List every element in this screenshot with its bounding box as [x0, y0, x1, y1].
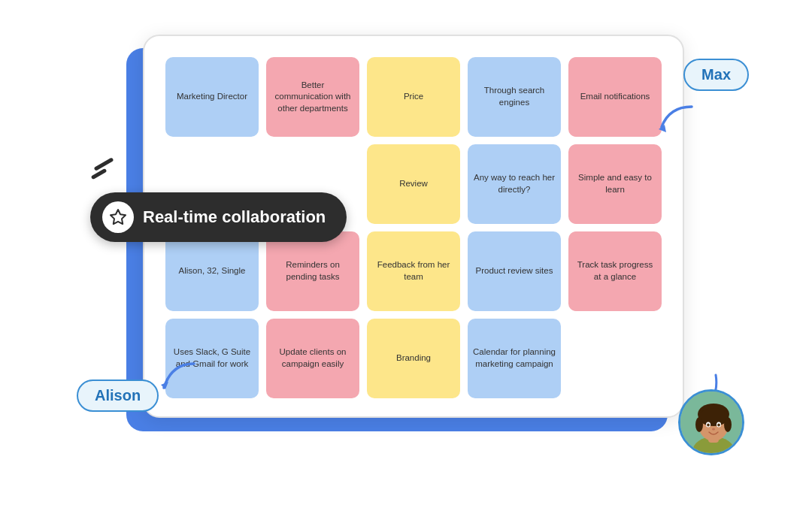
collab-badge: Real-time collaboration — [90, 192, 347, 242]
sticky-note: Any way to reach her directly? — [468, 144, 561, 224]
max-label-text: Max — [701, 66, 731, 83]
arrow-max — [654, 101, 699, 141]
sticky-note — [568, 319, 662, 398]
svg-point-15 — [712, 428, 715, 431]
sticky-note: Through search engines — [468, 57, 561, 137]
star-circle — [102, 201, 134, 233]
sticky-note: Simple and easy to learn — [568, 144, 662, 224]
alison-label: Alison — [77, 380, 159, 412]
alison-label-text: Alison — [95, 387, 141, 404]
sticky-note: Review — [367, 144, 460, 224]
sticky-note: Better communication with other departme… — [266, 57, 359, 137]
sticky-note: Marketing Director — [165, 57, 259, 137]
svg-point-13 — [707, 424, 710, 427]
sticky-note: Branding — [367, 319, 460, 398]
svg-point-9 — [695, 417, 703, 432]
sticky-note: Product review sites — [468, 231, 561, 311]
svg-point-14 — [717, 424, 720, 427]
sticky-note: Track task progress at a glance — [568, 231, 662, 311]
arrow-alison — [156, 356, 201, 397]
svg-point-8 — [698, 408, 729, 426]
sticky-note: Calendar for planning marketing campaign — [468, 319, 561, 398]
dash-marks — [93, 162, 114, 174]
avatar — [678, 389, 744, 455]
sticky-note: Price — [367, 57, 460, 137]
dash-mark-2 — [91, 168, 108, 180]
svg-point-10 — [724, 417, 732, 432]
sticky-note: Feedback from her team — [367, 231, 460, 311]
sticky-note: Reminders on pending tasks — [266, 231, 359, 311]
scene: Marketing DirectorBetter communication w… — [45, 27, 767, 478]
sticky-note: Alison, 32, Single — [165, 231, 259, 311]
sticky-note: Email notifications — [568, 57, 662, 137]
svg-marker-0 — [111, 210, 126, 224]
sticky-note: Update clients on campaign easily — [266, 319, 359, 398]
max-label: Max — [683, 59, 749, 91]
badge-text: Real-time collaboration — [143, 207, 326, 227]
